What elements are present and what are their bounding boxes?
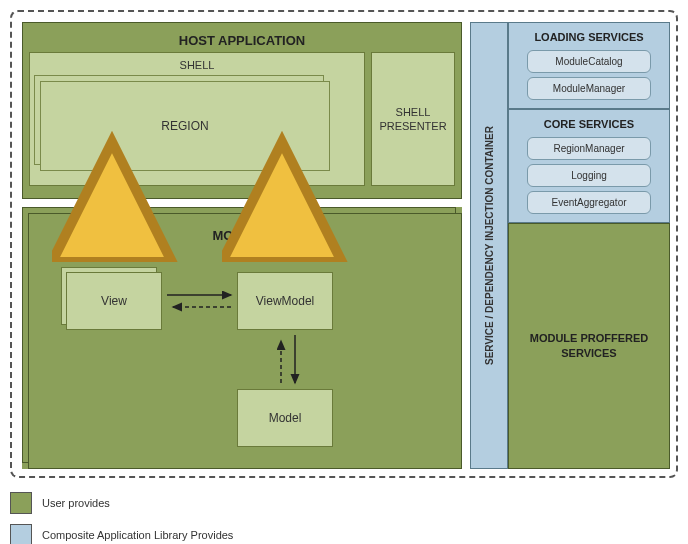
modules-title: MODULES xyxy=(37,222,453,249)
legend-user-text: User provides xyxy=(42,497,110,509)
legend: User provides Composite Application Libr… xyxy=(10,492,678,544)
shell-presenter-block: SHELL PRESENTER xyxy=(371,52,455,186)
di-container-label: SERVICE / DEPENDENCY INJECTION CONTAINER xyxy=(484,126,495,365)
host-app-title: HOST APPLICATION xyxy=(29,29,455,52)
services-column: LOADING SERVICES ModuleCatalog ModuleMan… xyxy=(508,22,670,469)
architecture-diagram: HOST APPLICATION SHELL REGION SHELL PRES… xyxy=(10,10,678,478)
legend-user-row: User provides xyxy=(10,492,678,514)
left-column: HOST APPLICATION SHELL REGION SHELL PRES… xyxy=(22,22,462,469)
shell-block: SHELL REGION xyxy=(29,52,365,186)
di-container-block: SERVICE / DEPENDENCY INJECTION CONTAINER xyxy=(470,22,508,469)
legend-swatch-blue xyxy=(10,524,32,544)
modules-block: MODULES View ViewModel Model xyxy=(22,207,462,469)
legend-lib-text: Composite Application Library Provides xyxy=(42,529,233,541)
viewmodel-block: ViewModel xyxy=(237,272,333,330)
module-manager-item: ModuleManager xyxy=(527,77,651,100)
region-block: REGION xyxy=(40,81,330,171)
core-services-block: CORE SERVICES RegionManager Logging Even… xyxy=(508,109,670,223)
view-block: View xyxy=(66,272,162,330)
legend-swatch-green xyxy=(10,492,32,514)
event-aggregator-item: EventAggregator xyxy=(527,191,651,214)
region-manager-item: RegionManager xyxy=(527,137,651,160)
shell-title: SHELL xyxy=(34,57,360,73)
loading-services-block: LOADING SERVICES ModuleCatalog ModuleMan… xyxy=(508,22,670,109)
core-services-title: CORE SERVICES xyxy=(544,118,634,131)
host-application-block: HOST APPLICATION SHELL REGION SHELL PRES… xyxy=(22,22,462,199)
region-stack: REGION xyxy=(34,75,360,175)
mvvm-area: View ViewModel Model xyxy=(37,249,453,449)
shell-wrap: SHELL REGION SHELL PRESENTER xyxy=(29,52,455,186)
modules-front: MODULES View ViewModel Model xyxy=(28,213,462,469)
right-column: SERVICE / DEPENDENCY INJECTION CONTAINER… xyxy=(470,22,670,469)
loading-services-title: LOADING SERVICES xyxy=(534,31,643,44)
logging-item: Logging xyxy=(527,164,651,187)
module-catalog-item: ModuleCatalog xyxy=(527,50,651,73)
module-proffered-block: MODULE PROFFERED SERVICES xyxy=(508,223,670,469)
model-block: Model xyxy=(237,389,333,447)
legend-lib-row: Composite Application Library Provides xyxy=(10,524,678,544)
